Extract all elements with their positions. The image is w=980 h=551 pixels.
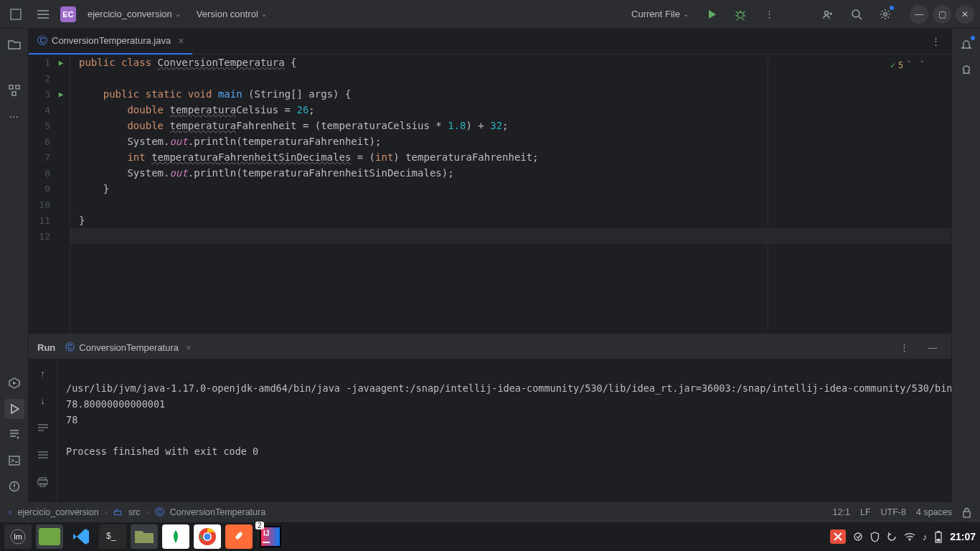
notifications-icon[interactable]: [956, 34, 976, 55]
readonly-icon[interactable]: [962, 507, 971, 518]
taskbar-app-intellij[interactable]: IJ: [257, 524, 284, 549]
code-token: temperatura: [151, 151, 218, 163]
console-side-buttons: ↑ ↓ ›: [29, 359, 57, 522]
tray-clock[interactable]: 21:07: [950, 531, 976, 542]
search-icon[interactable]: [847, 4, 867, 24]
project-tool-icon[interactable]: [4, 34, 24, 55]
system-tray: ♪ 21:07: [830, 529, 976, 544]
java-class-icon: Ⓒ: [155, 507, 164, 519]
svg-text:$_: $_: [106, 531, 116, 541]
run-tab[interactable]: Ⓒ ConversionTemperatura ×: [65, 341, 191, 354]
build-tool-icon[interactable]: [4, 425, 24, 445]
taskbar-start-icon[interactable]: lm: [4, 524, 32, 549]
breadcrumb-item[interactable]: ConversionTemperatura: [170, 507, 265, 517]
collab-icon[interactable]: [818, 4, 838, 24]
line-number: 4: [29, 105, 55, 116]
print-icon[interactable]: [33, 472, 53, 492]
minimize-button[interactable]: ―: [910, 5, 928, 24]
scroll-end-icon[interactable]: [33, 445, 53, 465]
tray-app-icon[interactable]: [830, 529, 846, 544]
run-button[interactable]: [702, 4, 722, 24]
up-arrow-icon[interactable]: ↑: [33, 363, 53, 383]
code-token: ConversionTemperatura: [158, 57, 285, 68]
debug-button[interactable]: [730, 4, 750, 24]
os-taskbar: lm $_ IJ ♪ 21:07: [0, 522, 980, 551]
taskbar-app-postman[interactable]: [225, 524, 253, 549]
svg-point-37: [909, 540, 910, 541]
editor-tabs: Ⓒ ConversionTemperatura.java × ⋮: [29, 29, 951, 55]
tray-battery-icon[interactable]: [934, 530, 943, 543]
tab-filename: ConversionTemperatura.java: [52, 35, 171, 46]
code-token: main: [218, 88, 242, 100]
panel-more-icon[interactable]: ⋮: [894, 337, 914, 357]
run-gutter-icon[interactable]: ▶: [55, 58, 67, 67]
status-eol[interactable]: LF: [860, 507, 871, 517]
taskbar-app-mongo[interactable]: [162, 524, 189, 549]
taskbar-app-terminal[interactable]: [36, 524, 63, 549]
more-icon[interactable]: ⋮: [759, 4, 779, 24]
tray-update-icon[interactable]: [887, 532, 897, 542]
more-tool-icon[interactable]: ⋯: [4, 106, 24, 126]
close-icon[interactable]: ×: [178, 35, 184, 47]
tab-more-icon[interactable]: ⋮: [925, 32, 946, 52]
run-label: Run: [37, 342, 55, 353]
maximize-button[interactable]: ▢: [933, 5, 951, 24]
breadcrumb-item[interactable]: ejercicio_conversion: [17, 507, 98, 517]
svg-point-2: [738, 12, 743, 18]
tab-file[interactable]: Ⓒ ConversionTemperatura.java ×: [29, 29, 192, 55]
status-linecol[interactable]: 12:1: [833, 507, 850, 517]
right-tool-strip: [951, 29, 980, 522]
console-line: Process finished with exit code 0: [66, 446, 258, 457]
run-tab-label: ConversionTemperatura: [79, 342, 179, 353]
taskbar-app-chrome[interactable]: [194, 524, 221, 549]
code-area[interactable]: public class ConversionTemperatura { pub…: [70, 55, 951, 333]
hamburger-icon[interactable]: [33, 4, 53, 24]
status-indent[interactable]: 4 spaces: [916, 507, 952, 517]
code-token: temperatura: [169, 120, 236, 131]
project-dropdown[interactable]: ejercicio_conversion⌄: [83, 6, 185, 22]
taskbar-app-vscode[interactable]: [67, 524, 95, 549]
tray-sound-icon[interactable]: ♪: [923, 532, 928, 542]
up-down-icon: ˆ ˇ: [906, 60, 926, 70]
down-arrow-icon[interactable]: ↓: [33, 390, 53, 410]
structure-tool-icon[interactable]: [4, 80, 24, 100]
chevron-right-icon: ›: [105, 507, 108, 517]
inspection-count: 5: [898, 60, 903, 70]
folder-icon: 🗀: [113, 507, 123, 517]
soft-wrap-icon[interactable]: [33, 418, 53, 438]
code-token: .println(temperaturaFahrenheit);: [188, 136, 382, 147]
vcs-dropdown[interactable]: Version control⌄: [192, 6, 271, 22]
console-line: 78: [66, 414, 77, 425]
chevron-down-icon: ⌄: [683, 10, 689, 18]
tray-wifi-icon[interactable]: [904, 532, 915, 541]
line-number: 9: [29, 184, 55, 194]
taskbar-app-shell[interactable]: $_: [99, 524, 126, 549]
code-token: double: [127, 104, 169, 116]
taskbar-app-files[interactable]: [131, 524, 158, 549]
services-tool-icon[interactable]: [4, 373, 24, 393]
panel-minimize-icon[interactable]: ―: [923, 337, 943, 357]
close-icon[interactable]: ×: [186, 342, 192, 353]
code-token: ) temperaturaFahrenheit;: [393, 151, 538, 163]
run-config-dropdown[interactable]: Current File⌄: [627, 6, 693, 22]
code-token: int: [375, 151, 393, 163]
close-button[interactable]: ✕: [956, 5, 974, 24]
inspection-summary[interactable]: ✓5ˆ ˇ: [890, 60, 926, 70]
line-number: 1: [29, 57, 55, 68]
run-gutter-icon[interactable]: ▶: [55, 90, 67, 99]
terminal-tool-icon[interactable]: [4, 451, 24, 471]
breadcrumb-item[interactable]: src: [128, 507, 141, 517]
console-output[interactable]: /usr/lib/jvm/java-1.17.0-openjdk-amd64/b…: [57, 359, 951, 522]
app-icon[interactable]: [6, 4, 26, 24]
line-number: 8: [29, 168, 55, 179]
tray-shield-icon[interactable]: [870, 532, 880, 542]
code-token: }: [79, 215, 85, 226]
problems-tool-icon[interactable]: [4, 476, 24, 496]
code-token: Celsius =: [236, 104, 296, 116]
console-line: /usr/lib/jvm/java-1.17.0-openjdk-amd64/b…: [66, 382, 951, 394]
run-tool-icon[interactable]: [4, 399, 24, 419]
settings-icon[interactable]: [875, 4, 895, 24]
tray-icon[interactable]: [853, 532, 863, 542]
status-encoding[interactable]: UTF-8: [881, 507, 906, 517]
ai-assistant-icon[interactable]: [956, 60, 976, 80]
